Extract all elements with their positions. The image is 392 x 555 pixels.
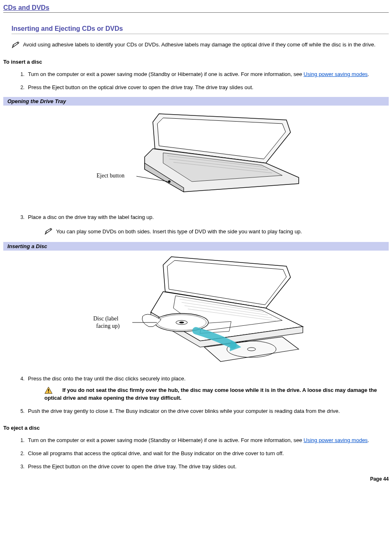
- step-text: Place a disc on the drive tray with the …: [28, 214, 154, 220]
- warning-icon: [44, 387, 53, 394]
- figure-caption-2: Inserting a Disc: [3, 242, 389, 251]
- warning-text: If you do not seat the disc firmly over …: [44, 387, 377, 401]
- list-item: Close all programs that access the optic…: [26, 450, 389, 457]
- figure-2: Disc (label facing up): [3, 251, 389, 375]
- eject-button-label: Eject button: [97, 173, 125, 179]
- power-saving-link[interactable]: Using power saving modes: [304, 71, 368, 77]
- intro-note-paragraph: Avoid using adhesive labels to identify …: [3, 41, 389, 49]
- list-item: Press the Eject button on the drive cove…: [26, 463, 389, 470]
- section-title: Inserting and Ejecting CDs or DVDs: [12, 25, 389, 34]
- list-item: Turn on the computer or exit a power sav…: [26, 437, 389, 444]
- step-text: Turn on the computer or exit a power sav…: [28, 437, 304, 443]
- list-item: Press the disc onto the tray until the d…: [26, 375, 389, 402]
- laptop-eject-illustration: Eject button: [81, 110, 311, 204]
- svg-rect-18: [48, 392, 49, 393]
- figure-1: Eject button: [3, 106, 389, 214]
- step-text: Push the drive tray gently to close it. …: [28, 408, 340, 414]
- step-text-tail: .: [368, 437, 369, 443]
- step-text: Press the disc onto the tray until the d…: [28, 375, 186, 382]
- insert-heading: To insert a disc: [3, 59, 389, 65]
- list-item: Press the Eject button on the optical dr…: [26, 84, 389, 91]
- step3-note-text: You can play some DVDs on both sides. In…: [56, 228, 302, 235]
- insert-steps-list: Turn on the computer or exit a power sav…: [3, 71, 389, 91]
- list-item: Turn on the computer or exit a power sav…: [26, 71, 389, 78]
- intro-note-text: Avoid using adhesive labels to identify …: [23, 41, 376, 48]
- svg-rect-17: [48, 389, 49, 391]
- breadcrumb[interactable]: CDs and DVDs: [3, 4, 389, 13]
- svg-point-15: [179, 322, 184, 323]
- disc-label-line1: Disc (label: [93, 315, 118, 322]
- eject-heading: To eject a disc: [3, 425, 389, 431]
- insert-steps-list-cont: Place a disc on the drive tray with the …: [3, 214, 389, 235]
- pencil-icon: [12, 41, 21, 49]
- disc-label-line2: facing up): [96, 323, 120, 329]
- page-number: Page 44: [3, 476, 389, 482]
- step-text: Turn on the computer or exit a power sav…: [28, 71, 304, 77]
- laptop-insert-illustration: Disc (label facing up): [69, 255, 323, 366]
- step-text-tail: .: [368, 71, 369, 77]
- step-text: Press the Eject button on the drive cove…: [28, 463, 237, 470]
- step-text: Close all programs that access the optic…: [28, 450, 284, 456]
- list-item: Place a disc on the drive tray with the …: [26, 214, 389, 235]
- svg-point-3: [168, 180, 171, 183]
- list-item: Push the drive tray gently to close it. …: [26, 408, 389, 415]
- figure-caption-1: Opening the Drive Tray: [3, 97, 389, 106]
- insert-steps-list-cont2: Press the disc onto the tray until the d…: [3, 375, 389, 415]
- eject-steps-list: Turn on the computer or exit a power sav…: [3, 437, 389, 471]
- power-saving-link-2[interactable]: Using power saving modes: [304, 437, 368, 443]
- pencil-icon: [44, 228, 53, 235]
- step-text: Press the Eject button on the optical dr…: [28, 84, 254, 90]
